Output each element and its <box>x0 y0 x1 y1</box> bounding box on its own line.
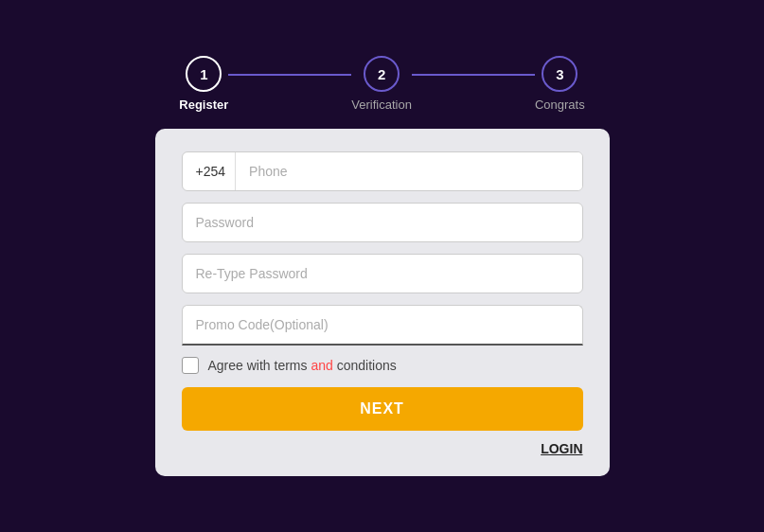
phone-input[interactable] <box>236 152 581 190</box>
terms-checkbox[interactable] <box>182 357 199 374</box>
password-input[interactable] <box>182 203 583 242</box>
step-2-circle: 2 <box>364 56 400 92</box>
phone-row: +254 <box>182 151 583 191</box>
step-line-2 <box>412 74 535 76</box>
step-3-circle: 3 <box>542 56 577 92</box>
step-3: 3 Congrats <box>535 56 585 112</box>
step-1-circle: 1 <box>186 56 222 92</box>
phone-prefix: +254 <box>183 152 237 190</box>
terms-and: and <box>311 358 332 373</box>
form-card: +254 Agree with terms and conditions NEX… <box>155 129 610 476</box>
retype-password-input[interactable] <box>182 254 583 293</box>
promo-row <box>182 305 583 346</box>
step-2: 2 Verification <box>351 56 412 112</box>
step-line-1 <box>228 74 351 76</box>
step-2-label: Verification <box>351 98 412 112</box>
step-3-label: Congrats <box>535 98 585 112</box>
page-wrapper: 1 Register 2 Verification 3 Congrats +25… <box>0 56 764 476</box>
step-1-label: Register <box>179 98 228 112</box>
terms-row: Agree with terms and conditions <box>182 357 583 374</box>
stepper: 1 Register 2 Verification 3 Congrats <box>179 56 584 112</box>
login-link[interactable]: LOGIN <box>541 441 582 456</box>
step-1: 1 Register <box>179 56 228 112</box>
next-button[interactable]: NEXT <box>182 387 583 431</box>
login-row: LOGIN <box>182 440 583 457</box>
terms-text: Agree with terms and conditions <box>208 358 397 373</box>
promo-input[interactable] <box>182 305 583 346</box>
